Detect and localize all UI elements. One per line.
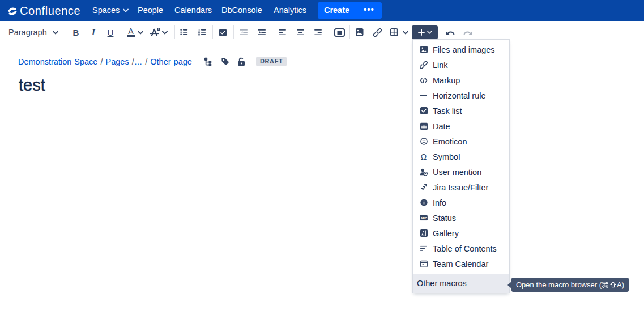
svg-text:ABC: ABC (421, 216, 428, 220)
